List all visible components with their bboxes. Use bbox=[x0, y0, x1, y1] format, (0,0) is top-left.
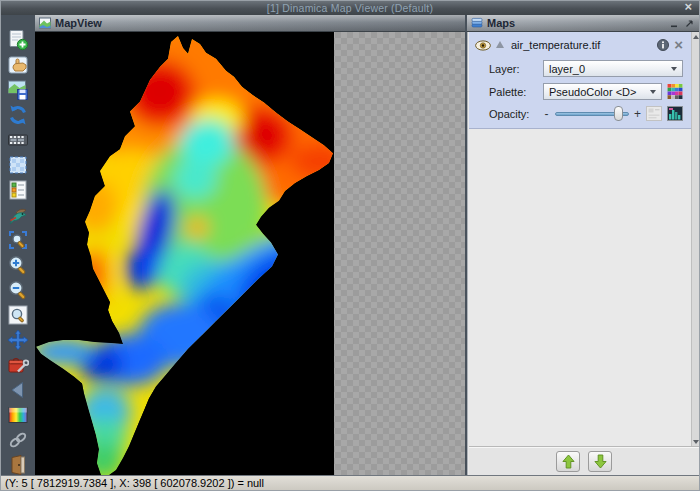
zoom-box-button[interactable] bbox=[6, 228, 30, 252]
legend-button[interactable] bbox=[6, 178, 30, 202]
pan-icon bbox=[7, 329, 29, 351]
maps-scroll-area: air_temperature.tif × Layer: laye bbox=[469, 32, 691, 446]
link-icon bbox=[7, 429, 29, 451]
main-area: MapView bbox=[1, 15, 699, 475]
maps-minimize-button[interactable] bbox=[669, 18, 680, 29]
window-close-button[interactable]: × bbox=[684, 0, 692, 14]
zoom-fit-button[interactable] bbox=[6, 303, 30, 327]
app-window: [1] Dinamica Map Viewer (Default) × MapV… bbox=[0, 0, 700, 491]
mapview-icon bbox=[39, 17, 51, 29]
hummingbird-icon bbox=[7, 204, 29, 226]
heatmap-image bbox=[35, 32, 334, 475]
window-titlebar[interactable]: [1] Dinamica Map Viewer (Default) × bbox=[1, 1, 699, 15]
minimize-icon bbox=[670, 19, 679, 28]
maps-footer bbox=[469, 446, 699, 475]
map-canvas[interactable] bbox=[35, 32, 465, 475]
palette-icon bbox=[7, 404, 29, 426]
collapse-toggle-icon[interactable] bbox=[496, 41, 504, 48]
mapview-title: MapView bbox=[55, 17, 102, 29]
layer-select[interactable]: layer_0 bbox=[543, 60, 683, 77]
layer-filename: air_temperature.tif bbox=[509, 39, 652, 51]
mapview-header[interactable]: MapView bbox=[35, 15, 465, 32]
palette-select[interactable]: PseudoColor <D> bbox=[543, 83, 662, 100]
visibility-eye-icon[interactable] bbox=[475, 40, 491, 51]
layer-info-button[interactable] bbox=[657, 39, 669, 51]
film-strip-icon bbox=[7, 129, 29, 151]
chevron-down-icon bbox=[650, 90, 656, 94]
float-icon bbox=[685, 19, 694, 28]
new-map-button[interactable] bbox=[6, 28, 30, 52]
status-bar: (Y: 5 [ 7812919.7384 ], X: 398 [ 602078.… bbox=[1, 475, 699, 490]
maps-header[interactable]: Maps bbox=[467, 15, 699, 32]
hand-pointer-button[interactable] bbox=[6, 53, 30, 77]
raise-layer-button[interactable] bbox=[556, 451, 580, 472]
hummingbird-button[interactable] bbox=[6, 203, 30, 227]
window-title: [1] Dinamica Map Viewer (Default) bbox=[267, 2, 433, 14]
arrow-down-icon bbox=[594, 454, 607, 469]
raster-area[interactable] bbox=[35, 32, 334, 475]
back-icon bbox=[7, 379, 29, 401]
zoom-in-icon bbox=[7, 254, 29, 276]
remove-layer-button[interactable]: × bbox=[674, 39, 683, 51]
left-toolbar bbox=[1, 15, 35, 475]
save-map-button[interactable] bbox=[6, 78, 30, 102]
toolbox-button[interactable] bbox=[6, 353, 30, 377]
scroll-up-icon[interactable] bbox=[692, 32, 700, 41]
zoom-out-icon bbox=[7, 279, 29, 301]
film-strip-button[interactable] bbox=[6, 128, 30, 152]
chevron-down-icon bbox=[671, 67, 677, 71]
palette-select-value: PseudoColor <D> bbox=[549, 86, 647, 98]
select-region-button[interactable] bbox=[6, 153, 30, 177]
layer-label: Layer: bbox=[489, 63, 539, 75]
opacity-slider-handle[interactable] bbox=[614, 106, 623, 121]
options-disabled-icon bbox=[646, 106, 662, 121]
maps-title: Maps bbox=[487, 17, 515, 29]
palette-label: Palette: bbox=[489, 86, 539, 98]
refresh-button[interactable] bbox=[6, 103, 30, 127]
select-region-icon bbox=[7, 154, 29, 176]
back-button[interactable] bbox=[6, 378, 30, 402]
palette-picker-icon[interactable] bbox=[667, 84, 683, 99]
opacity-slider[interactable] bbox=[555, 106, 629, 121]
hand-pointer-icon bbox=[7, 54, 29, 76]
exit-door-icon bbox=[7, 454, 29, 475]
maps-float-button[interactable] bbox=[684, 18, 695, 29]
opacity-increase[interactable]: + bbox=[634, 107, 641, 121]
maps-panel: Maps bbox=[467, 15, 699, 475]
zoom-fit-icon bbox=[7, 304, 29, 326]
coordinate-readout: (Y: 5 [ 7812919.7384 ], X: 398 [ 602078.… bbox=[5, 477, 264, 489]
maps-layers-icon bbox=[471, 17, 483, 29]
zoom-in-button[interactable] bbox=[6, 253, 30, 277]
layer-select-value: layer_0 bbox=[549, 63, 668, 75]
zoom-out-button[interactable] bbox=[6, 278, 30, 302]
maps-scrollbar[interactable] bbox=[691, 32, 699, 446]
link-button[interactable] bbox=[6, 428, 30, 452]
save-map-icon bbox=[7, 79, 29, 101]
opacity-label: Opacity: bbox=[489, 108, 539, 120]
toolbox-icon bbox=[7, 354, 29, 376]
opacity-decrease[interactable]: - bbox=[543, 107, 550, 121]
histogram-icon[interactable] bbox=[667, 106, 683, 121]
lower-layer-button[interactable] bbox=[588, 451, 612, 472]
mapview-panel: MapView bbox=[35, 15, 465, 475]
exit-door-button[interactable] bbox=[6, 453, 30, 475]
scroll-down-icon[interactable] bbox=[692, 437, 700, 446]
palette-button[interactable] bbox=[6, 403, 30, 427]
legend-icon bbox=[7, 179, 29, 201]
refresh-icon bbox=[7, 104, 29, 126]
maps-body: air_temperature.tif × Layer: laye bbox=[467, 32, 699, 475]
new-map-icon bbox=[7, 29, 29, 51]
arrow-up-icon bbox=[562, 454, 575, 469]
pan-button[interactable] bbox=[6, 328, 30, 352]
zoom-box-icon bbox=[7, 229, 29, 251]
layer-card: air_temperature.tif × Layer: laye bbox=[469, 32, 691, 129]
